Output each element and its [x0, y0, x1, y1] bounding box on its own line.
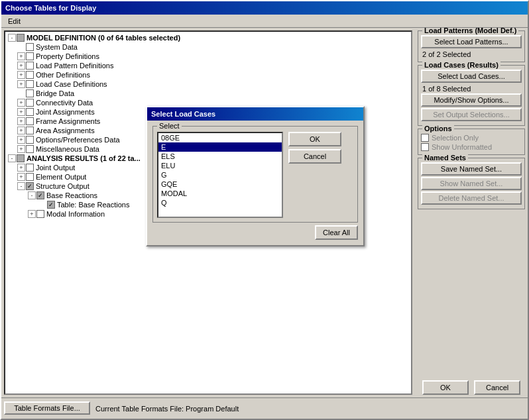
tree-checkbox[interactable]	[26, 52, 34, 60]
expand-spacer	[38, 201, 46, 209]
tree-checkbox[interactable]: ✓	[36, 191, 44, 199]
table-formats-file-button[interactable]: Table Formats File...	[4, 401, 90, 415]
listbox-item[interactable]: 08GE	[158, 133, 282, 142]
tree-checkbox[interactable]	[26, 108, 34, 116]
tree-checkbox[interactable]	[17, 154, 25, 162]
expand-icon[interactable]: +	[17, 145, 25, 153]
modal-title: Select Load Cases	[151, 110, 215, 118]
tree-checkbox[interactable]	[26, 117, 34, 125]
collapse-icon[interactable]: -	[8, 34, 16, 42]
tree-checkbox[interactable]	[26, 80, 34, 88]
set-output-selections-button[interactable]: Set Output Selections...	[421, 108, 522, 121]
load-patterns-status: 2 of 2 Selected	[421, 50, 522, 59]
tree-checkbox[interactable]	[26, 164, 34, 172]
right-panel: Load Patterns (Model Def.) Select Load P…	[415, 28, 528, 397]
show-unformatted-text: Show Unformatted	[432, 143, 492, 151]
tree-checkbox[interactable]	[36, 210, 44, 218]
tree-item-label: Modal Information	[46, 210, 105, 218]
tree-checkbox[interactable]	[26, 136, 34, 144]
listbox-item[interactable]: Q	[158, 198, 282, 207]
expand-icon[interactable]: +	[17, 71, 25, 79]
show-unformatted-label[interactable]: Show Unformatted	[421, 142, 522, 152]
load-cases-group: Load Cases (Results) Select Load Cases..…	[418, 65, 525, 126]
tree-checkbox[interactable]	[26, 145, 34, 153]
tree-checkbox[interactable]: ✓	[47, 201, 55, 209]
tree-item-label: Bridge Data	[36, 89, 74, 97]
tree-item-label: Area Assignments	[36, 127, 95, 134]
menu-bar: Edit	[1, 15, 528, 28]
tree-checkbox[interactable]	[26, 89, 34, 97]
modal-buttons: OK Cancel	[288, 132, 341, 164]
expand-icon[interactable]: +	[17, 136, 25, 144]
show-unformatted-checkbox[interactable]	[421, 143, 429, 151]
tree-item-label: System Data	[36, 43, 78, 51]
modal-row: 08GEEELSELUGGQEMODALQ OK Cancel	[157, 132, 353, 218]
collapse-icon[interactable]: -	[28, 191, 36, 199]
expand-spacer	[17, 89, 25, 97]
tree-item[interactable]: Bridge Data	[7, 89, 410, 98]
collapse-icon[interactable]: -	[17, 182, 25, 190]
show-named-set-button[interactable]: Show Named Set...	[421, 177, 522, 190]
expand-icon[interactable]: +	[28, 210, 36, 218]
options-group: Options Selection Only Show Unformatted	[418, 129, 525, 155]
expand-icon[interactable]: +	[17, 164, 25, 172]
clear-all-button[interactable]: Clear All	[315, 225, 358, 240]
tree-item-label: MODEL DEFINITION (0 of 64 tables selecte…	[27, 34, 180, 42]
modal-cancel-button[interactable]: Cancel	[288, 149, 341, 164]
tree-item-label: Joint Assignments	[36, 108, 95, 116]
tree-item[interactable]: +Property Definitions	[7, 52, 410, 61]
collapse-icon[interactable]: -	[8, 154, 16, 162]
listbox-item[interactable]: E	[158, 142, 282, 152]
selection-only-label[interactable]: Selection Only	[421, 133, 522, 142]
tree-checkbox[interactable]	[26, 71, 34, 79]
listbox-item[interactable]: MODAL	[158, 189, 282, 198]
expand-icon[interactable]: +	[17, 127, 25, 134]
expand-icon[interactable]: +	[17, 173, 25, 181]
modal-ok-button[interactable]: OK	[288, 132, 341, 146]
listbox-item[interactable]: ELS	[158, 152, 282, 161]
tree-checkbox[interactable]	[26, 99, 34, 107]
tree-item-label: Structure Output	[36, 182, 89, 190]
tree-checkbox[interactable]	[17, 34, 25, 42]
main-cancel-button[interactable]: Cancel	[474, 380, 520, 395]
current-file-label: Current Table Formats File: Program Defa…	[95, 405, 239, 413]
main-ok-button[interactable]: OK	[422, 380, 469, 395]
tree-item-label: ANALYSIS RESULTS (1 of 22 ta...	[27, 154, 141, 162]
tree-item-label: Options/Preferences Data	[36, 136, 120, 144]
modify-show-options-button[interactable]: Modify/Show Options...	[421, 93, 522, 107]
tree-checkbox[interactable]	[26, 43, 34, 51]
listbox-item[interactable]: G	[158, 170, 282, 180]
tree-item[interactable]: +Other Definitions	[7, 70, 410, 79]
menu-edit[interactable]: Edit	[4, 16, 25, 26]
tree-checkbox[interactable]	[26, 127, 34, 134]
tree-item[interactable]: -MODEL DEFINITION (0 of 64 tables select…	[7, 33, 410, 42]
tree-checkbox[interactable]: ✓	[26, 182, 34, 190]
named-sets-group: Named Sets Save Named Set... Show Named …	[418, 158, 525, 209]
tree-item-label: Load Pattern Definitions	[36, 62, 113, 70]
expand-icon[interactable]: +	[17, 52, 25, 60]
listbox-item[interactable]: GQE	[158, 180, 282, 189]
load-cases-title: Load Cases (Results)	[422, 61, 500, 69]
select-load-cases-button[interactable]: Select Load Cases...	[421, 70, 522, 83]
save-named-set-button[interactable]: Save Named Set...	[421, 162, 522, 176]
tree-item[interactable]: +Load Pattern Definitions	[7, 61, 410, 70]
selection-only-checkbox[interactable]	[421, 134, 429, 142]
tree-item-label: Other Definitions	[36, 71, 90, 79]
tree-item[interactable]: System Data	[7, 42, 410, 52]
tree-item[interactable]: +Load Case Definitions	[7, 79, 410, 89]
title-bar: Choose Tables for Display	[1, 1, 528, 15]
tree-checkbox[interactable]	[26, 62, 34, 70]
options-title: Options	[422, 125, 454, 132]
expand-icon[interactable]: +	[17, 80, 25, 88]
expand-icon[interactable]: +	[17, 117, 25, 125]
expand-icon[interactable]: +	[17, 108, 25, 116]
tree-checkbox[interactable]	[26, 173, 34, 181]
select-load-patterns-button[interactable]: Select Load Patterns...	[421, 35, 522, 48]
expand-icon[interactable]: +	[17, 99, 25, 107]
load-cases-status: 1 of 8 Selected	[421, 84, 522, 93]
tree-item-label: Table: Base Reactions	[57, 201, 129, 209]
delete-named-set-button[interactable]: Delete Named Set...	[421, 191, 522, 205]
listbox-item[interactable]: ELU	[158, 161, 282, 170]
expand-icon[interactable]: +	[17, 62, 25, 70]
load-cases-listbox[interactable]: 08GEEELSELUGGQEMODALQ	[157, 132, 283, 218]
